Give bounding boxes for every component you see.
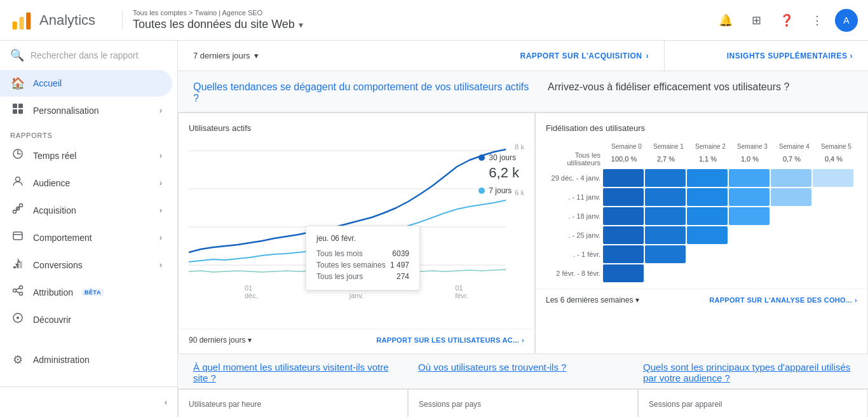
sessions-by-country-title: Sessions par pays [419,400,627,409]
chevron-right-icon: › [522,336,524,344]
cohort-cell [687,264,728,282]
sidebar-item-comportement[interactable]: Comportement › [0,224,172,251]
sidebar-item-label: Temps réel [33,151,76,161]
cohort-row: 2 févr. - 8 févr. [546,264,857,282]
sidebar-item-decouvrir[interactable]: Découvrir [0,306,172,333]
tooltip-label-2: Tous les jours [316,272,363,281]
insights-label: INSIGHTS SUPPLÉMENTAIRES [727,51,848,60]
chevron-right-icon: › [159,261,162,270]
realtime-icon [10,148,25,163]
time-section-link[interactable]: À quel moment les utilisateurs visitent-… [193,362,389,383]
acquisition-icon [10,203,25,217]
app-name: Analytics [39,12,95,29]
pct-4: 0,7 % [771,155,813,163]
behavior-icon [10,230,25,245]
period-dropdown-arrow: ▾ [248,336,252,345]
svg-rect-14 [13,232,22,240]
cohort-container: Semaine 0 Semaine 1 Semaine 2 Semaine 3 … [536,138,867,289]
acquisition-report-link[interactable]: RAPPORT SUR L'ACQUISITION › [520,51,649,60]
tooltip-value-0: 6039 [392,249,409,258]
date-selector[interactable]: 7 derniers jours ▾ [193,51,259,60]
cohort-report-label: RAPPORT SUR L'ANALYSE DES COHO... [709,296,852,304]
users-by-hour-title: Utilisateurs par heure [189,400,397,409]
chevron-right-icon: › [855,296,857,304]
audience-icon [10,175,25,190]
cohort-row-label: . - 11 janv. [546,193,603,201]
more-options-button[interactable]: ⋮ [804,8,830,33]
users-report-link[interactable]: RAPPORT SUR LES UTILISATEURS AC... › [376,336,524,344]
week-label-0: Semaine 0 [606,143,648,150]
cohort-cell [813,226,853,244]
sidebar-item-accueil[interactable]: 🏠 Accueil [0,70,172,97]
help-icon: ❓ [780,13,794,27]
sidebar-item-acquisition[interactable]: Acquisition › [0,196,172,224]
section-titles-row: Quelles tendances se dégagent du comport… [178,71,868,112]
main-content: 7 derniers jours ▾ RAPPORT SUR L'ACQUISI… [178,41,868,417]
tooltip-row-2: Tous les jours 274 [316,271,409,282]
search-input[interactable] [31,50,167,60]
sidebar-item-label: Personnalisation [33,106,99,116]
cohort-cell [813,169,853,187]
cohort-cell [771,169,811,187]
bottom-cards-row: Utilisateurs par heure Sessions par pays… [178,388,868,417]
svg-point-19 [13,289,17,292]
week-label-3: Semaine 3 [731,143,773,150]
sidebar-item-label: Conversions [33,260,83,270]
date-range-label: 7 derniers jours [193,51,250,60]
notifications-button[interactable]: 🔔 [713,8,738,33]
cohort-cell [729,207,770,225]
tooltip-row-0: Tous les mois 6039 [316,248,409,259]
cohort-report-link[interactable]: RAPPORT SUR L'ANALYSE DES COHO... › [709,296,857,304]
breadcrumb-area: Tous les comptes > Twaino | Agence SEO T… [133,9,303,31]
chevron-right-icon: › [159,206,162,215]
acquisition-link-label: RAPPORT SUR L'ACQUISITION [520,51,642,60]
cohort-cell [603,169,644,187]
users-section-link[interactable]: Quelles tendances se dégagent du comport… [193,81,529,104]
help-button[interactable]: ❓ [774,8,799,33]
cohort-period-selector[interactable]: Les 6 dernières semaines ▾ [546,296,639,304]
location-section-title-block: Où vos utilisateurs se trouvent-ils ? [418,362,628,383]
sidebar-item-label: Comportement [33,233,92,243]
device-section-title: Quels sont les principaux types d'appare… [643,362,853,383]
property-name: Toutes les données du site Web [133,18,295,31]
legend-dot-7days [478,188,485,194]
cohort-cell [687,188,728,206]
search-icon: 🔍 [10,48,24,62]
sidebar-item-label: Acquisition [33,205,76,215]
user-avatar[interactable]: A [835,9,858,32]
sidebar-item-label: Audience [33,178,70,188]
legend-dot-30days [478,154,485,161]
legend-30days-value: 6,2 k [489,165,519,181]
week-label-5: Semaine 5 [815,143,857,150]
header-divider [122,10,123,31]
insights-panel[interactable]: INSIGHTS SUPPLÉMENTAIRES › [665,41,868,71]
collapse-sidebar-button[interactable]: ‹ [0,392,177,412]
analytics-logo-icon [10,9,33,32]
tooltip-value-1: 1 497 [390,261,409,270]
cohort-cell [771,264,811,282]
pct-0: 100,0 % [603,155,645,163]
sidebar-item-attribution[interactable]: Attribution BÊTA [0,278,172,306]
cohort-cell [729,264,770,282]
cohort-row: . - 25 janv. [546,226,857,244]
sidebar-item-audience[interactable]: Audience › [0,169,172,196]
apps-button[interactable]: ⊞ [743,8,769,33]
location-section-link[interactable]: Où vos utilisateurs se trouvent-ils ? [418,362,566,373]
app-header: Analytics Tous les comptes > Twaino | Ag… [0,0,868,41]
chevron-right-icon: › [159,179,162,188]
cohort-cell [729,188,770,206]
period-selector[interactable]: 90 derniers jours ▾ [189,336,252,345]
cohort-cell [729,226,770,244]
property-selector[interactable]: Toutes les données du site Web ▾ [133,18,303,31]
svg-rect-4 [18,104,23,108]
sidebar-item-administration[interactable]: ⚙ Administration [0,346,172,373]
svg-point-25 [17,317,19,319]
cohort-cell [771,226,811,244]
sidebar-item-conversions[interactable]: Conversions › [0,251,172,278]
week-label-2: Semaine 2 [689,143,731,150]
insights-link[interactable]: INSIGHTS SUPPLÉMENTAIRES › [727,51,853,60]
users-section-title: Quelles tendances se dégagent du comport… [193,81,532,104]
sidebar-item-personnalisation[interactable]: Personnalisation › [0,97,172,124]
device-section-link[interactable]: Quels sont les principaux types d'appare… [643,362,850,383]
sidebar-item-temps-reel[interactable]: Temps réel › [0,142,172,169]
